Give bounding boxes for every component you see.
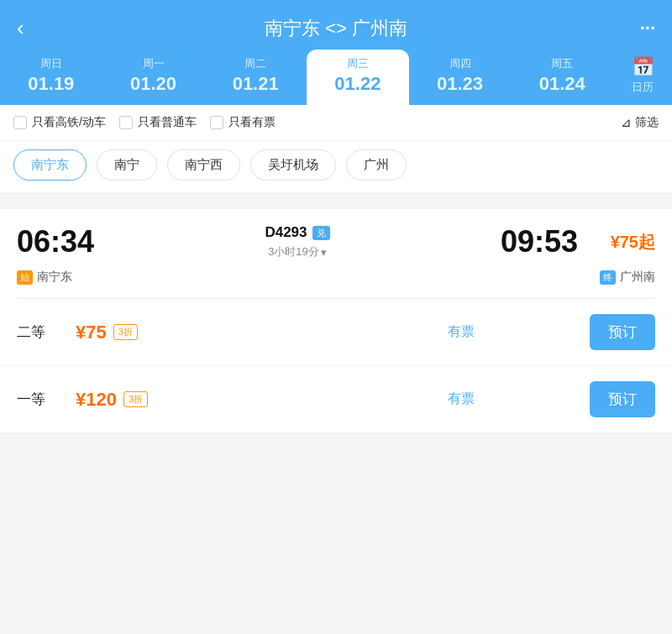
station-tab-nanning_west[interactable]: 南宁西 (167, 149, 240, 181)
ticket-availability-0: 有票 (333, 323, 590, 341)
to-badge: 终 (600, 270, 616, 285)
ticket-class-0: 二等 (17, 322, 59, 342)
filter-normal[interactable]: 只看普通车 (119, 115, 197, 130)
ticket-price-1: ¥120 (76, 389, 117, 411)
station-tab-nanning_east[interactable]: 南宁东 (13, 149, 87, 181)
station-tabs: 南宁东南宁南宁西吴圩机场广州 (0, 141, 672, 199)
date-tab-fri[interactable]: 周五 01.24 (511, 50, 613, 105)
checkbox-available[interactable] (210, 116, 223, 129)
checkbox-high_speed[interactable] (13, 116, 27, 129)
ticket-class-1: 一等 (17, 390, 59, 409)
date-tab-wed[interactable]: 周三 01.22 (307, 50, 409, 105)
to-station-name: 广州南 (620, 270, 655, 285)
ticket-row-1: 一等 ¥120 3折 有票 预订 (0, 366, 672, 433)
filter-label-available: 只看有票 (228, 115, 276, 130)
weekday-label: 周三 (347, 56, 369, 71)
discount-badge-0: 3折 (113, 324, 138, 340)
calendar-tab[interactable]: 📅 日历 (613, 50, 672, 105)
filter-available[interactable]: 只看有票 (210, 115, 276, 130)
back-button[interactable]: ‹ (17, 15, 50, 41)
date-tab-tue[interactable]: 周二 01.21 (204, 50, 307, 105)
station-tab-guangzhou[interactable]: 广州 (346, 149, 407, 181)
depart-time: 06:34 (17, 224, 109, 259)
arrive-time: 09:53 (486, 224, 578, 259)
filter-label-normal: 只看普通车 (138, 115, 197, 130)
filter-icon: ⊿ (621, 115, 632, 130)
yue-badge: 兑 (312, 226, 330, 240)
station-tab-nanning[interactable]: 南宁 (97, 149, 157, 181)
filter-high_speed[interactable]: 只看高铁/动车 (13, 115, 106, 130)
train-duration[interactable]: 3小时19分 ▾ (268, 244, 327, 259)
date-tab-mon[interactable]: 周一 01.20 (102, 50, 205, 105)
price-from: ¥75起 (588, 231, 655, 254)
ticket-price-0: ¥75 (76, 322, 107, 343)
filter-btn-label: 筛选 (635, 115, 659, 130)
date-label: 01.19 (28, 73, 74, 95)
date-tab-thu[interactable]: 周四 01.23 (409, 50, 512, 105)
station-tab-wuxu[interactable]: 吴圩机场 (250, 149, 336, 181)
weekday-label: 周日 (40, 56, 62, 71)
ticket-row-0: 二等 ¥75 3折 有票 预订 (0, 299, 672, 366)
from-station: 始 南宁东 (17, 270, 72, 285)
weekday-label: 周五 (551, 56, 573, 71)
book-button-0[interactable]: 预订 (590, 314, 655, 350)
filter-button[interactable]: ⊿ 筛选 (621, 115, 659, 130)
calendar-icon: 📅 (632, 56, 654, 78)
date-label: 01.20 (130, 73, 176, 95)
book-button-1[interactable]: 预订 (590, 381, 655, 417)
date-label: 01.23 (437, 73, 483, 95)
discount-badge-1: 3折 (123, 391, 148, 407)
to-station: 终 广州南 (600, 270, 655, 285)
weekday-label: 周四 (449, 56, 471, 71)
filter-label-high_speed: 只看高铁/动车 (32, 115, 106, 130)
train-number: D4293 (265, 224, 307, 241)
train-card: 06:34 D4293 兑 3小时19分 ▾ 09:53 ¥75起 始 南宁东 … (0, 209, 672, 433)
weekday-label: 周二 (244, 56, 266, 71)
checkbox-normal[interactable] (119, 116, 133, 129)
date-label: 01.22 (334, 73, 381, 95)
header: ‹ 南宁东 <> 广州南 ··· (0, 0, 672, 41)
more-button[interactable]: ··· (622, 18, 655, 39)
date-label: 01.21 (233, 73, 279, 95)
weekday-label: 周一 (143, 56, 165, 71)
filter-row: 只看高铁/动车 只看普通车 只看有票 ⊿ 筛选 (0, 105, 672, 141)
page-title: 南宁东 <> 广州南 (50, 16, 622, 41)
ticket-price-area-1: ¥120 3折 (59, 389, 333, 411)
from-station-name: 南宁东 (37, 270, 72, 285)
ticket-price-area-0: ¥75 3折 (59, 322, 333, 343)
ticket-availability-1: 有票 (333, 390, 590, 408)
date-label: 01.24 (539, 73, 585, 95)
train-middle: D4293 兑 3小时19分 ▾ (119, 224, 475, 259)
date-tabs: 周日 01.19 周一 01.20 周二 01.21 周三 01.22 周四 0… (0, 41, 672, 105)
from-badge: 始 (17, 270, 33, 285)
date-tab-sun[interactable]: 周日 01.19 (0, 50, 102, 105)
calendar-label: 日历 (632, 80, 654, 95)
